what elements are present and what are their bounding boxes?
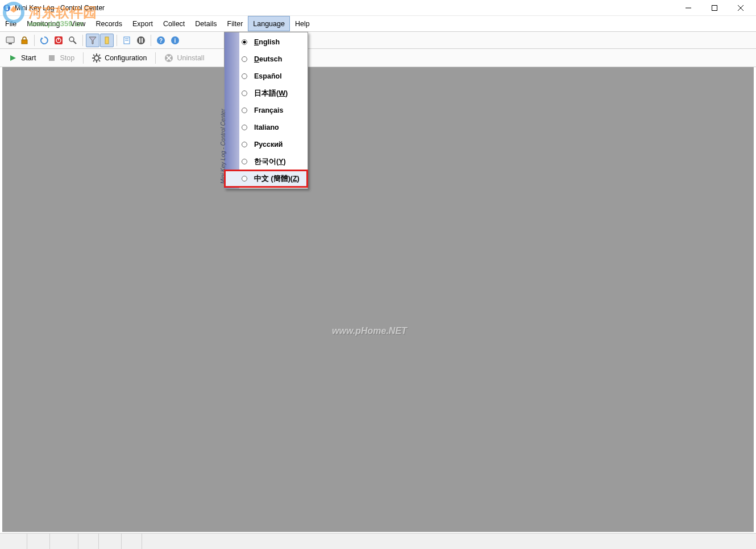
separator xyxy=(155,52,156,64)
uninstall-icon xyxy=(164,53,173,63)
radio-icon xyxy=(242,142,247,147)
radio-icon xyxy=(242,73,247,79)
play-icon xyxy=(9,53,18,63)
configuration-label: Configuration xyxy=(105,54,147,62)
menu-export[interactable]: Export xyxy=(127,16,158,31)
statusbar xyxy=(0,533,756,549)
menu-records[interactable]: Records xyxy=(90,16,127,31)
radio-icon xyxy=(242,125,247,130)
svg-rect-6 xyxy=(6,37,14,43)
status-cell xyxy=(99,534,122,549)
svg-rect-1 xyxy=(6,6,8,10)
stop-icon xyxy=(47,53,56,63)
menu-collect[interactable]: Collect xyxy=(158,16,190,31)
maximize-button[interactable] xyxy=(701,0,728,16)
language-option-label: Español xyxy=(254,72,282,80)
language-option-3[interactable]: 日本語(W) xyxy=(225,85,308,102)
language-dropdown: Mini Key Log - Control Center EnglishDeu… xyxy=(224,32,308,189)
svg-rect-16 xyxy=(105,37,109,44)
tb-document-icon[interactable] xyxy=(120,34,134,47)
status-cell xyxy=(27,534,50,549)
language-option-4[interactable]: Français xyxy=(225,102,308,119)
stop-label: Stop xyxy=(60,54,74,62)
separator xyxy=(82,35,83,46)
svg-rect-3 xyxy=(712,5,717,10)
tb-monitor-icon[interactable] xyxy=(3,34,17,47)
watermark-phome: www.pHome.NET xyxy=(332,326,407,336)
language-option-5[interactable]: Italiano xyxy=(225,119,308,136)
menu-language[interactable]: Language xyxy=(248,16,290,31)
svg-line-34 xyxy=(93,55,94,56)
radio-icon xyxy=(242,56,247,62)
menu-help[interactable]: Help xyxy=(290,16,315,31)
tb-search-icon[interactable] xyxy=(66,34,80,47)
content-area: www.pHome.NET xyxy=(2,67,754,532)
language-option-label: 日本語(W) xyxy=(254,89,288,98)
svg-point-20 xyxy=(137,36,145,44)
uninstall-label: Uninstall xyxy=(177,54,204,62)
menu-view[interactable]: View xyxy=(65,16,91,31)
menu-details[interactable]: Details xyxy=(190,16,222,31)
radio-icon xyxy=(242,90,247,96)
status-cell xyxy=(122,534,142,549)
svg-rect-28 xyxy=(49,55,55,61)
tb-help-icon[interactable]: ? xyxy=(154,34,168,47)
language-option-label: Русский xyxy=(254,141,283,148)
language-option-2[interactable]: Español xyxy=(225,68,308,85)
menu-filter[interactable]: Filter xyxy=(222,16,248,31)
tb-highlight-icon[interactable] xyxy=(100,34,114,47)
window-title: Mini Key Log - Control Center xyxy=(15,4,105,12)
svg-rect-22 xyxy=(142,38,143,43)
status-cell xyxy=(78,534,99,549)
svg-line-36 xyxy=(99,55,100,56)
toolbar-actions: Start Stop Configuration Uninstall xyxy=(0,49,756,67)
radio-icon xyxy=(242,176,247,181)
status-cell xyxy=(0,534,27,549)
language-option-label: Italiano xyxy=(254,123,279,131)
language-option-7[interactable]: 한국어(Y) xyxy=(225,153,308,170)
separator xyxy=(151,35,151,46)
titlebar: Mini Key Log - Control Center xyxy=(0,0,756,16)
svg-rect-8 xyxy=(22,40,27,44)
radio-icon xyxy=(242,108,247,113)
status-cell xyxy=(50,534,78,549)
gear-icon xyxy=(92,53,101,63)
svg-rect-7 xyxy=(9,43,12,44)
separator xyxy=(34,35,35,46)
close-button[interactable] xyxy=(728,0,754,16)
configuration-button[interactable]: Configuration xyxy=(87,51,152,65)
tb-lock-icon[interactable] xyxy=(18,34,31,47)
svg-text:?: ? xyxy=(159,38,163,44)
uninstall-button[interactable]: Uninstall xyxy=(159,51,209,65)
radio-icon xyxy=(242,39,247,45)
svg-line-14 xyxy=(73,41,76,44)
svg-marker-27 xyxy=(10,55,16,61)
menu-monitoring[interactable]: Monitoring xyxy=(22,16,65,31)
radio-icon xyxy=(242,159,247,164)
separator xyxy=(117,35,117,46)
tb-funnel-icon[interactable] xyxy=(86,34,99,47)
app-icon xyxy=(2,3,11,13)
tb-power-icon[interactable] xyxy=(52,34,65,47)
menubar: File Monitoring View Records Export Coll… xyxy=(0,16,756,32)
language-option-label: Français xyxy=(254,106,283,114)
language-option-8[interactable]: 中文 (簡體)(Z) xyxy=(225,170,308,187)
language-option-0[interactable]: English xyxy=(225,34,308,51)
start-button[interactable]: Start xyxy=(3,51,41,65)
minimize-button[interactable] xyxy=(675,0,701,16)
svg-line-35 xyxy=(99,60,100,61)
svg-line-37 xyxy=(93,60,94,61)
toolbar-main: ? i xyxy=(0,32,756,49)
svg-rect-21 xyxy=(139,38,140,43)
stop-button[interactable]: Stop xyxy=(42,51,80,65)
language-option-6[interactable]: Русский xyxy=(225,136,308,153)
svg-text:i: i xyxy=(175,38,176,44)
start-label: Start xyxy=(21,54,36,62)
svg-point-13 xyxy=(69,37,74,42)
language-option-label: 中文 (簡體)(Z) xyxy=(254,174,300,184)
tb-pause-icon[interactable] xyxy=(134,34,148,47)
menu-file[interactable]: File xyxy=(0,16,22,31)
tb-refresh-icon[interactable] xyxy=(38,34,51,47)
language-option-1[interactable]: Deutsch xyxy=(225,51,308,68)
tb-info-icon[interactable]: i xyxy=(168,34,182,47)
